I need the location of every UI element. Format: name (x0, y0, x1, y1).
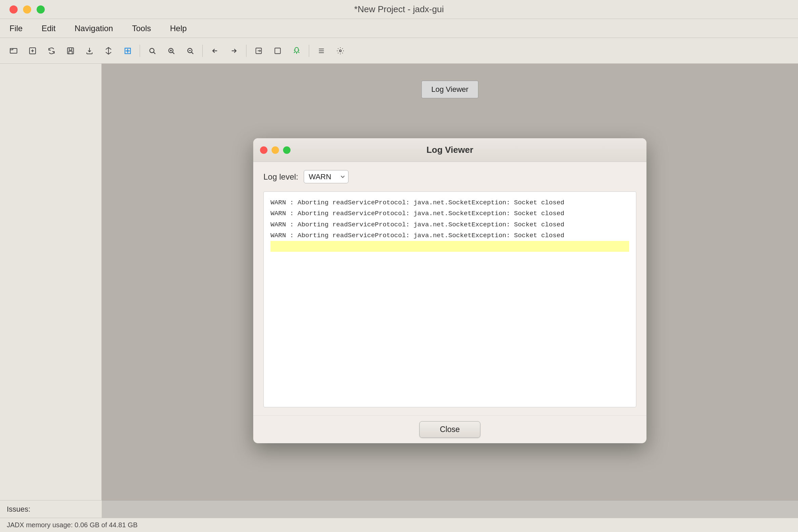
dialog-close-button[interactable]: Close (419, 421, 481, 438)
svg-rect-1 (10, 49, 17, 53)
menu-bar: File Edit Navigation Tools Help (0, 19, 798, 38)
menu-tools[interactable]: Tools (129, 22, 153, 35)
toolbar-separator-1 (140, 45, 140, 57)
svg-rect-6 (69, 48, 72, 50)
svg-rect-7 (69, 51, 72, 54)
grid-btn[interactable]: ⊞ (119, 43, 135, 59)
title-bar: *New Project - jadx-gui (0, 0, 798, 19)
dialog-minimize-btn[interactable] (272, 146, 279, 154)
status-bar: JADX memory usage: 0.06 GB of 44.81 GB (0, 518, 798, 532)
app-title: *New Project - jadx-gui (354, 4, 444, 15)
dialog-close-btn[interactable] (260, 146, 267, 154)
sync-btn[interactable] (100, 43, 117, 59)
issues-label: Issues: (7, 505, 31, 514)
forward-btn[interactable] (226, 43, 242, 59)
log-level-select[interactable]: DEBUG INFO WARN ERROR (304, 170, 349, 183)
log-line-1: WARN : Aborting readServiceProtocol: jav… (271, 197, 629, 208)
log-viewer-dialog: Log Viewer Log level: DEBUG INFO WARN ER… (253, 138, 647, 443)
log-content: WARN : Aborting readServiceProtocol: jav… (264, 192, 636, 257)
content-area: Log Viewer Log Viewer (102, 64, 798, 518)
svg-line-17 (191, 52, 193, 54)
svg-line-14 (172, 52, 174, 54)
log-line-2: WARN : Aborting readServiceProtocol: jav… (271, 208, 629, 219)
sidebar (0, 64, 102, 518)
dialog-window-controls (260, 146, 291, 154)
dialog-body: Log level: DEBUG INFO WARN ERROR WARN : … (253, 162, 647, 415)
jump-btn[interactable] (250, 43, 267, 59)
menu-help[interactable]: Help (167, 22, 189, 35)
log-line-highlighted (271, 241, 629, 252)
modal-overlay: Log Viewer Log level: DEBUG INFO WARN ER… (102, 64, 798, 518)
toolbar: ⊞ (0, 38, 798, 64)
debug-btn[interactable] (289, 43, 305, 59)
memory-usage: JADX memory usage: 0.06 GB of 44.81 GB (7, 521, 137, 529)
menu-file[interactable]: File (7, 22, 25, 35)
text-btn[interactable] (313, 43, 330, 59)
search-btn[interactable] (144, 43, 160, 59)
log-content-wrapper[interactable]: WARN : Aborting readServiceProtocol: jav… (263, 191, 636, 407)
dialog-maximize-btn[interactable] (283, 146, 291, 154)
dialog-titlebar: Log Viewer (253, 138, 647, 162)
maximize-window-btn[interactable] (37, 5, 45, 14)
toolbar-separator-2 (202, 45, 203, 57)
back-btn[interactable] (207, 43, 223, 59)
export-btn[interactable] (81, 43, 98, 59)
svg-line-10 (153, 52, 155, 54)
menu-edit[interactable]: Edit (39, 22, 58, 35)
zoom-in-btn[interactable] (163, 43, 179, 59)
log-line-3: WARN : Aborting readServiceProtocol: jav… (271, 219, 629, 230)
log-level-label: Log level: (263, 172, 298, 182)
dialog-title: Log Viewer (426, 145, 473, 155)
log-line-4: WARN : Aborting readServiceProtocol: jav… (271, 230, 629, 241)
settings-btn[interactable] (332, 43, 349, 59)
svg-rect-21 (275, 48, 281, 54)
svg-point-25 (339, 50, 341, 52)
menu-navigation[interactable]: Navigation (72, 22, 116, 35)
dialog-footer: Close (253, 415, 647, 443)
zoom-out-btn[interactable] (182, 43, 198, 59)
toolbar-separator-3 (246, 45, 246, 57)
toolbar-separator-4 (309, 45, 309, 57)
window-controls (10, 5, 45, 14)
add-file-btn[interactable] (24, 43, 41, 59)
log-level-row: Log level: DEBUG INFO WARN ERROR (263, 170, 636, 183)
minimize-window-btn[interactable] (23, 5, 31, 14)
main-area: Log Viewer Log Viewer (0, 64, 798, 518)
svg-point-9 (150, 48, 154, 53)
refresh-btn[interactable] (43, 43, 60, 59)
find-btn[interactable] (270, 43, 286, 59)
save-btn[interactable] (62, 43, 79, 59)
open-file-btn[interactable] (5, 43, 22, 59)
close-window-btn[interactable] (10, 5, 18, 14)
